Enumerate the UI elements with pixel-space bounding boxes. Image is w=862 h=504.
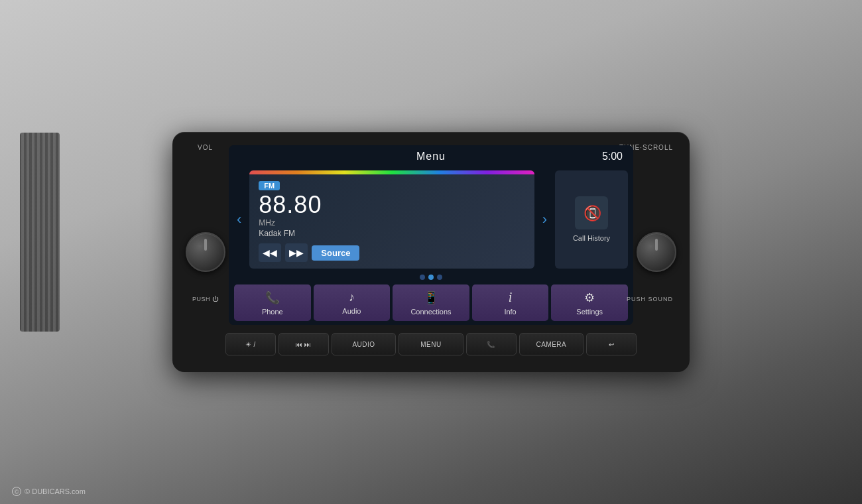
menu-physical-label: MENU	[420, 341, 441, 348]
connections-menu-label: Connections	[410, 308, 451, 316]
dot-3	[437, 275, 442, 280]
brightness-icon: ☀	[245, 341, 252, 348]
fm-station: Kadak FM	[259, 229, 524, 238]
dots-indicator	[229, 271, 633, 282]
main-screen: Menu 5:00 ‹ FM 88.80 MHz Kadak FM ◀◀ ▶▶ …	[229, 145, 633, 325]
left-vent	[20, 133, 60, 332]
media-controls: ◀◀ ▶▶ Source	[259, 243, 524, 262]
fm-card: FM 88.80 MHz Kadak FM ◀◀ ▶▶ Source	[249, 170, 534, 269]
brightness-slash-icon: /	[254, 341, 256, 348]
menu-item-settings[interactable]: ⚙ Settings	[551, 284, 628, 321]
fm-frequency: 88.80	[259, 193, 524, 217]
audio-menu-icon: ♪	[349, 290, 355, 304]
fm-card-colorbar	[249, 170, 534, 174]
next-track-button[interactable]: ▶▶	[285, 243, 308, 262]
menu-item-connections[interactable]: 📱 Connections	[393, 284, 469, 321]
settings-menu-icon: ⚙	[584, 290, 595, 305]
phone-physical-icon: 📞	[487, 341, 495, 348]
camera-physical-button[interactable]: CAMERA	[519, 333, 584, 355]
menu-item-phone[interactable]: 📞 Phone	[234, 284, 311, 321]
fm-badge: FM	[259, 181, 280, 190]
phone-menu-icon: 📞	[265, 290, 280, 305]
audio-physical-button[interactable]: AUDIO	[332, 333, 396, 355]
connections-menu-icon: 📱	[424, 290, 438, 305]
fm-mhz: MHz	[259, 218, 524, 227]
back-icon: ↩	[609, 341, 615, 348]
watermark: © © DUBICARS.com	[12, 487, 86, 496]
prev-track-button[interactable]: ◀◀	[259, 243, 281, 262]
phone-menu-label: Phone	[262, 308, 283, 316]
menu-item-info[interactable]: i Info	[472, 284, 549, 321]
screen-header: Menu 5:00	[229, 145, 633, 168]
menu-item-audio[interactable]: ♪ Audio	[314, 284, 391, 321]
audio-physical-label: AUDIO	[352, 341, 375, 348]
menu-physical-button[interactable]: MENU	[399, 333, 463, 355]
source-button[interactable]: Source	[312, 245, 359, 261]
volume-knob-container	[186, 232, 225, 272]
infotainment-unit: VOL TUNE·SCROLL Menu 5:00 ‹ FM 88.80 MHz…	[172, 132, 690, 372]
skip-fwd-icon: ⏭	[304, 341, 312, 348]
settings-menu-label: Settings	[576, 308, 603, 316]
volume-knob[interactable]	[186, 232, 225, 272]
call-history-icon: 📵	[575, 196, 608, 229]
call-history-label: Call History	[573, 233, 610, 243]
push-sound-label: PUSH SOUND	[627, 296, 673, 302]
brightness-button[interactable]: ☀ /	[225, 333, 276, 355]
menu-bar: 📞 Phone ♪ Audio 📱 Connections i Info ⚙ S…	[229, 282, 633, 325]
camera-physical-label: CAMERA	[536, 341, 566, 348]
phone-physical-button[interactable]: 📞	[466, 333, 517, 355]
dot-1	[420, 275, 425, 280]
svg-text:📵: 📵	[584, 204, 602, 222]
watermark-text: © DUBICARS.com	[25, 487, 86, 495]
phone-slash-svg: 📵	[581, 202, 602, 223]
audio-menu-label: Audio	[342, 307, 361, 315]
info-menu-label: Info	[504, 308, 516, 316]
vol-label: VOL	[198, 144, 213, 151]
tune-scroll-knob-container	[637, 232, 676, 272]
nav-arrow-right[interactable]: ›	[540, 170, 550, 269]
physical-buttons-row: ☀ / ⏮ ⏭ AUDIO MENU 📞 CAMERA ↩	[189, 333, 673, 355]
call-history-panel[interactable]: 📵 Call History	[555, 170, 628, 269]
nav-arrow-left[interactable]: ‹	[234, 170, 244, 269]
info-menu-icon: i	[509, 290, 513, 305]
skip-back-icon: ⏮	[296, 341, 303, 348]
dot-2	[428, 275, 434, 280]
screen-content: ‹ FM 88.80 MHz Kadak FM ◀◀ ▶▶ Source ›	[229, 168, 633, 271]
tune-scroll-knob[interactable]	[637, 232, 676, 272]
push-power-label: PUSH ⏻	[192, 296, 219, 302]
screen-time: 5:00	[495, 151, 623, 162]
copyright-symbol: ©	[12, 487, 21, 496]
back-physical-button[interactable]: ↩	[586, 333, 637, 355]
screen-title: Menu	[367, 151, 495, 162]
track-skip-button[interactable]: ⏮ ⏭	[278, 333, 329, 355]
